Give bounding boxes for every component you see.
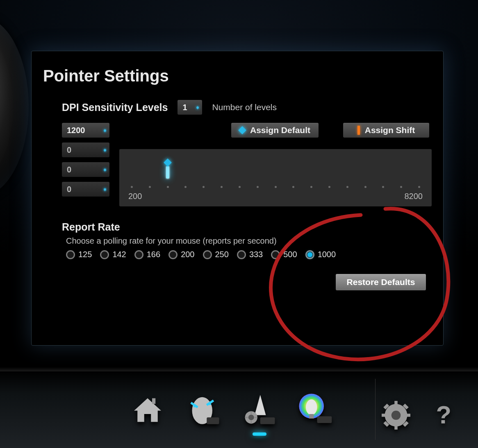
slider-min-label: 200 [128,192,142,201]
svg-rect-12 [317,416,332,423]
radio-label: 500 [283,250,297,259]
report-rate-option-1000[interactable]: 1000 [305,250,336,259]
slider-handle-icon [166,166,169,179]
report-rate-radio-row: 1251421662002503335001000 [66,250,432,259]
radio-label: 125 [78,250,92,259]
nav-settings-icon[interactable] [380,399,412,432]
svg-rect-8 [260,417,275,424]
dpi-stepper-value: 0 [67,185,71,194]
radio-label: 200 [181,250,194,259]
pointer-settings-panel: Pointer Settings DPI Sensitivity Levels … [31,51,444,346]
nav-right: ? [380,399,458,432]
assign-default-button[interactable]: Assign Default [231,123,319,138]
svg-rect-0 [152,398,155,404]
assign-default-label: Assign Default [250,125,310,135]
diamond-icon [238,126,246,134]
restore-row: Restore Defaults [43,274,432,290]
levels-caption: Number of levels [212,102,277,112]
diamond-icon [164,158,172,167]
report-rate-section: Report Rate Choose a polling rate for yo… [62,221,432,259]
report-rate-option-250[interactable]: 250 [203,250,229,259]
restore-defaults-label: Restore Defaults [347,277,415,287]
radio-label: 142 [112,250,126,259]
nav-help-icon[interactable]: ? [429,401,458,430]
dpi-area: 1200 ▴▾ 0 ▴▾ 0 ▴▾ 0 ▴▾ Assign Default [62,123,432,206]
svg-point-14 [392,411,401,420]
dpi-slider-thumb[interactable] [165,160,171,179]
dpi-stepper-3[interactable]: 0 ▴▾ [62,182,109,197]
dpi-stepper-1[interactable]: 0 ▴▾ [62,143,109,157]
dpi-slider[interactable]: 200 8200 [119,149,432,206]
radio-label: 166 [147,250,160,259]
report-rate-option-125[interactable]: 125 [66,250,92,259]
restore-defaults-button[interactable]: Restore Defaults [336,274,426,290]
panel-title: Pointer Settings [43,67,432,85]
nav-lighting-icon[interactable] [294,389,335,430]
radio-icon [168,250,178,259]
svg-text:?: ? [436,401,451,429]
radio-icon [237,250,246,259]
radio-label: 333 [249,250,263,259]
assign-button-row: Assign Default Assign Shift [119,123,432,138]
nav-home-icon[interactable] [127,389,168,430]
nav-divider [375,379,376,440]
bottom-nav: ? [0,370,478,448]
radio-icon [66,250,75,259]
report-rate-subtitle: Choose a polling rate for your mouse (re… [66,236,432,246]
dpi-levels-row: DPI Sensitivity Levels 1 ▴ ▾ Number of l… [62,100,432,115]
assign-shift-label: Assign Shift [365,125,415,135]
device-image [0,16,29,197]
radio-icon [305,250,314,259]
radio-icon [271,250,280,259]
report-rate-option-166[interactable]: 166 [134,250,160,259]
svg-rect-18 [405,414,411,417]
report-rate-title: Report Rate [62,221,432,233]
radio-label: 1000 [318,250,336,259]
nav-groove [0,367,478,371]
report-rate-option-500[interactable]: 500 [271,250,297,259]
svg-point-10 [306,399,317,415]
report-rate-option-333[interactable]: 333 [237,250,263,259]
dpi-stepper-value: 0 [67,145,71,155]
svg-point-7 [248,414,254,420]
dpi-levels-label: DPI Sensitivity Levels [62,102,168,113]
dpi-stepper-column: 1200 ▴▾ 0 ▴▾ 0 ▴▾ 0 ▴▾ [62,123,109,206]
assign-shift-button[interactable]: Assign Shift [343,123,429,138]
nav-mouse-icon[interactable] [183,389,224,430]
slider-column: Assign Default Assign Shift 200 8200 [119,123,432,206]
dpi-stepper-value: 1200 [67,126,85,135]
radio-label: 250 [215,250,229,259]
nav-items [127,389,335,430]
svg-rect-16 [394,425,398,430]
svg-rect-4 [207,417,219,424]
levels-stepper-value: 1 [182,103,187,112]
radio-icon [203,250,212,259]
slider-max-label: 8200 [405,192,423,201]
nav-pointer-icon[interactable] [239,389,280,430]
svg-marker-5 [255,395,266,415]
dpi-stepper-value: 0 [67,165,71,174]
radio-icon [100,250,109,259]
report-rate-option-200[interactable]: 200 [168,250,194,259]
levels-stepper[interactable]: 1 ▴ ▾ [178,100,202,115]
report-rate-option-142[interactable]: 142 [100,250,126,259]
svg-rect-11 [309,414,314,419]
dpi-stepper-2[interactable]: 0 ▴▾ [62,162,109,177]
svg-rect-17 [382,414,387,417]
svg-rect-15 [394,401,398,406]
radio-icon [134,250,143,259]
stepper-arrows: ▴ ▾ [196,107,199,108]
dpi-stepper-0[interactable]: 1200 ▴▾ [62,123,109,138]
shift-marker-icon [357,126,360,135]
